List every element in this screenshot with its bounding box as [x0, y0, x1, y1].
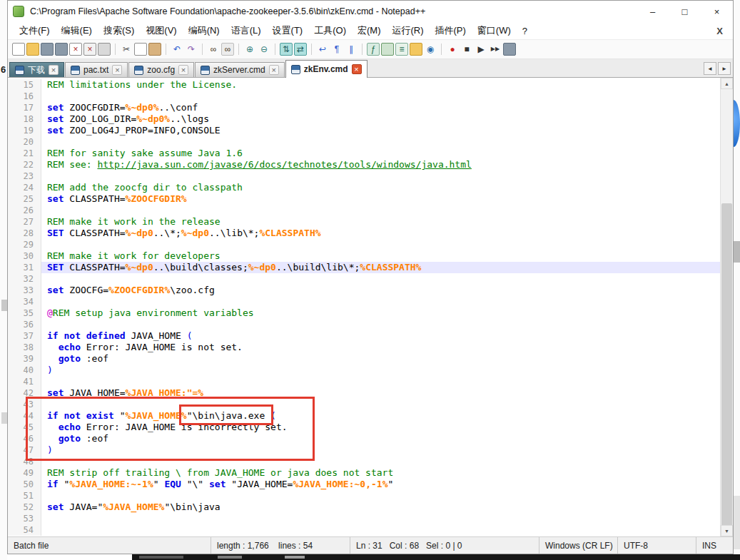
- tab-zkserver-cmd[interactable]: zkServer.cmd×: [195, 62, 285, 77]
- run-macro-multiple-icon[interactable]: ▶▶: [489, 43, 502, 56]
- tab-zoo-cfg[interactable]: zoo.cfg×: [128, 62, 194, 77]
- find-icon[interactable]: ∞: [207, 43, 220, 56]
- menu-item-edit[interactable]: 编辑(E): [56, 22, 98, 39]
- record-macro-icon[interactable]: ●: [446, 43, 459, 56]
- code-line-52[interactable]: 52set JAVA="%JAVA_HOME%"\bin\java: [8, 502, 720, 513]
- code-line-47[interactable]: 47): [8, 444, 720, 456]
- code-line-15[interactable]: 15REM limitations under the License.: [8, 79, 720, 91]
- code-line-27[interactable]: 27REM make it work in the release: [8, 216, 720, 228]
- scroll-down-button[interactable]: ▼: [721, 525, 733, 536]
- code-line-21[interactable]: 21REM for sanity sake assume Java 1.6: [8, 148, 720, 159]
- code-line-44[interactable]: 44if not exist "%JAVA_HOME%"\bin\java.ex…: [8, 410, 720, 422]
- menu-item-encoding[interactable]: 编码(N): [183, 22, 225, 39]
- code-line-40[interactable]: 40): [8, 365, 720, 376]
- code-line-31[interactable]: 31SET CLASSPATH=%~dp0..\build\classes;%~…: [8, 262, 720, 273]
- tab-scroll-right-button[interactable]: ►: [718, 62, 731, 75]
- undo-icon[interactable]: ↶: [171, 43, 183, 56]
- maximize-button[interactable]: □: [669, 1, 701, 22]
- menu-item-view[interactable]: 视图(V): [140, 22, 182, 39]
- code-line-26[interactable]: 26: [8, 205, 720, 216]
- code-line-41[interactable]: 41: [8, 376, 720, 387]
- zoom-out-icon[interactable]: ⊖: [258, 43, 270, 56]
- show-all-characters-icon[interactable]: ¶: [330, 43, 343, 56]
- code-line-46[interactable]: 46 goto :eof: [8, 433, 720, 444]
- code-line-35[interactable]: 35@REM setup java environment variables: [8, 307, 720, 319]
- menu-item-file[interactable]: 文件(F): [14, 22, 56, 39]
- minimize-button[interactable]: –: [637, 1, 669, 22]
- code-line-51[interactable]: 51: [8, 490, 720, 502]
- save-macro-icon[interactable]: [503, 43, 516, 56]
- folder-as-workspace-icon[interactable]: [410, 43, 422, 56]
- tab-close-icon[interactable]: ×: [178, 65, 188, 75]
- code-line-48[interactable]: 48: [8, 456, 720, 467]
- document-list-icon[interactable]: ≡: [395, 43, 408, 56]
- indent-guide-icon[interactable]: ∥: [345, 43, 358, 56]
- close-document-button[interactable]: X: [706, 26, 733, 36]
- tab-scroll-left-button[interactable]: ◄: [704, 62, 716, 75]
- code-line-45[interactable]: 45 echo Error: JAVA_HOME is incorrectly …: [8, 422, 720, 433]
- code-line-29[interactable]: 29: [8, 239, 720, 250]
- vertical-scrollbar[interactable]: ▲ ▼: [720, 78, 733, 536]
- code-line-50[interactable]: 50if "%JAVA_HOME:~-1%" EQU "\" set "JAVA…: [8, 479, 720, 490]
- document-map-icon[interactable]: [381, 43, 394, 56]
- code-line-39[interactable]: 39 goto :eof: [8, 353, 720, 365]
- code-line-19[interactable]: 19set ZOO_LOG4J_PROP=INFO,CONSOLE: [8, 125, 720, 136]
- save-all-icon[interactable]: [55, 43, 68, 56]
- editor-lines[interactable]: 15REM limitations under the License.1617…: [8, 78, 720, 536]
- stop-recording-icon[interactable]: ■: [460, 43, 473, 56]
- code-line-32[interactable]: 32: [8, 273, 720, 285]
- open-folder-icon[interactable]: [26, 43, 39, 56]
- redo-icon[interactable]: ↷: [185, 43, 198, 56]
- menu-item-macro[interactable]: 宏(M): [352, 22, 387, 39]
- word-wrap-icon[interactable]: ↩: [316, 43, 329, 56]
- sync-horizontal-scroll-icon[interactable]: ⇄: [294, 43, 307, 56]
- close-all-documents-icon[interactable]: ×: [83, 43, 96, 56]
- menu-item-window[interactable]: 窗口(W): [472, 22, 517, 39]
- tab-pac-txt[interactable]: pac.txt×: [65, 62, 128, 77]
- menu-item-help[interactable]: ?: [517, 24, 533, 39]
- code-line-24[interactable]: 24REM add the zoocfg dir to classpath: [8, 182, 720, 193]
- new-file-icon[interactable]: [12, 43, 25, 56]
- menu-item-tools[interactable]: 工具(O): [308, 22, 352, 39]
- code-line-23[interactable]: 23: [8, 170, 720, 182]
- print-icon[interactable]: [98, 43, 111, 56]
- menu-item-language[interactable]: 语言(L): [225, 22, 267, 39]
- tab-zkenv-cmd[interactable]: zkEnv.cmd×: [285, 60, 368, 78]
- monitoring-eye-icon[interactable]: ◉: [424, 43, 437, 56]
- menu-item-search[interactable]: 搜索(S): [98, 22, 140, 39]
- code-line-43[interactable]: 43: [8, 399, 720, 410]
- tab-close-icon[interactable]: ×: [112, 65, 122, 75]
- code-line-18[interactable]: 18set ZOO_LOG_DIR=%~dp0%..\logs: [8, 113, 720, 125]
- code-line-25[interactable]: 25set CLASSPATH=%ZOOCFGDIR%: [8, 193, 720, 205]
- code-line-54[interactable]: 54: [8, 524, 720, 536]
- tab-close-icon[interactable]: ×: [49, 65, 59, 75]
- scroll-up-button[interactable]: ▲: [721, 78, 733, 89]
- zoom-in-icon[interactable]: ⊕: [243, 43, 256, 56]
- playback-macro-icon[interactable]: ▶: [475, 43, 487, 56]
- copy-icon[interactable]: [134, 43, 147, 56]
- tab-downloads[interactable]: 下载×: [9, 62, 64, 77]
- menu-item-run[interactable]: 运行(R): [386, 22, 429, 39]
- tab-close-icon[interactable]: ×: [269, 65, 279, 75]
- code-line-20[interactable]: 20: [8, 136, 720, 148]
- scrollbar-thumb[interactable]: [721, 203, 732, 527]
- function-list-icon[interactable]: ƒ: [367, 43, 380, 56]
- code-line-34[interactable]: 34: [8, 296, 720, 307]
- paste-icon[interactable]: [148, 43, 161, 56]
- code-line-36[interactable]: 36: [8, 319, 720, 330]
- code-line-22[interactable]: 22REM see: http://java.sun.com/javase/6/…: [8, 159, 720, 170]
- code-line-37[interactable]: 37if not defined JAVA_HOME (: [8, 330, 720, 342]
- code-line-30[interactable]: 30REM make it work for developers: [8, 250, 720, 262]
- code-line-49[interactable]: 49REM strip off trailing \ from JAVA_HOM…: [8, 467, 720, 479]
- close-document-icon[interactable]: ×: [69, 43, 82, 56]
- sync-vertical-scroll-icon[interactable]: ⇅: [280, 43, 293, 56]
- code-line-38[interactable]: 38 echo Error: JAVA_HOME is not set.: [8, 342, 720, 353]
- code-line-16[interactable]: 16: [8, 91, 720, 102]
- cut-icon[interactable]: ✂: [120, 43, 133, 56]
- code-line-53[interactable]: 53: [8, 513, 720, 524]
- code-line-33[interactable]: 33set ZOOCFG=%ZOOCFGDIR%\zoo.cfg: [8, 285, 720, 296]
- code-line-17[interactable]: 17set ZOOCFGDIR=%~dp0%..\conf: [8, 102, 720, 113]
- menu-item-settings[interactable]: 设置(T): [267, 22, 309, 39]
- code-line-28[interactable]: 28SET CLASSPATH=%~dp0..\*;%~dp0..\lib\*;…: [8, 228, 720, 239]
- menu-item-plugins[interactable]: 插件(P): [430, 22, 472, 39]
